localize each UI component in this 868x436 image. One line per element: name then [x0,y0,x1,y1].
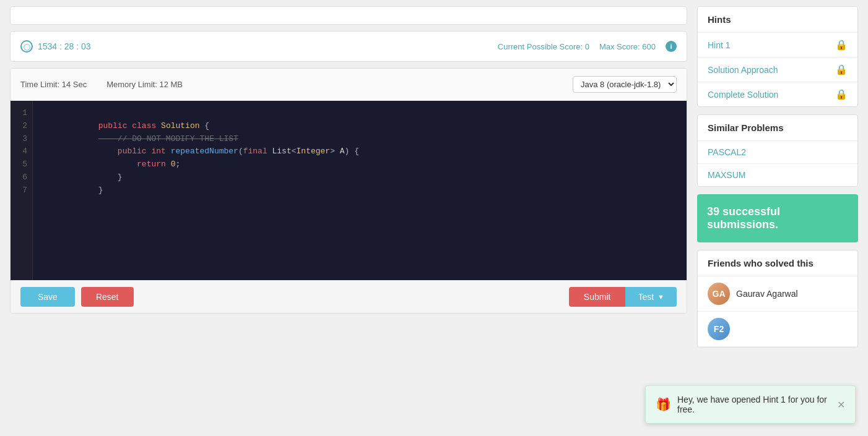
code-header: Time Limit: 14 Sec Memory Limit: 12 MB J… [11,69,687,101]
friends-card: Friends who solved this GA Gaurav Agarwa… [697,250,858,348]
line-numbers: 1 2 3 4 5 6 7 [11,101,33,280]
hints-card: Hints Hint 1 🔒 Solution Approach 🔒 Compl… [697,6,858,107]
max-score: Max Score: 600 [599,42,656,51]
timer-value: 1534 : 28 : 03 [38,41,91,51]
time-limit: Time Limit: 14 Sec [20,80,87,89]
friend-item-1: GA Gaurav Agarwal [698,276,857,312]
footer-right: Submit Test ▼ [569,287,677,307]
lock-icon-3: 🔒 [835,88,848,100]
avatar-img-2: F2 [708,318,730,340]
submit-button[interactable]: Submit [569,287,626,307]
success-count: 39 [707,205,719,218]
solution-approach-label: Solution Approach [708,65,778,75]
friends-title: Friends who solved this [698,250,857,276]
similar-item-pascal2[interactable]: PASCAL2 [698,141,857,164]
timer-bar: ◯ 1534 : 28 : 03 Current Possible Score:… [10,31,687,62]
test-button[interactable]: Test ▼ [625,287,677,307]
language-select[interactable]: Java 8 (oracle-jdk-1.8) C++ Python 3 Pyt… [573,76,677,93]
hint-1-label: Hint 1 [708,40,731,50]
chevron-down-icon: ▼ [658,293,664,301]
timer-left: ◯ 1534 : 28 : 03 [20,40,91,53]
footer-left: Save Reset [20,287,134,307]
code-content: public class Solution { // DO NOT MODIFY… [33,101,687,280]
top-bar [10,6,687,25]
code-line-6: } [40,171,679,184]
friend-name-1: Gaurav Agarwal [736,289,798,299]
info-icon[interactable]: i [666,41,677,52]
similar-title: Similar Problems [698,115,857,141]
timer-right: Current Possible Score: 0 Max Score: 600… [498,41,677,52]
code-footer: Save Reset Submit Test ▼ [11,280,687,313]
similar-problems-card: Similar Problems PASCAL2 MAXSUM [697,114,858,187]
hint-item-solution[interactable]: Solution Approach 🔒 [698,58,857,82]
avatar-2: F2 [708,318,730,340]
save-button[interactable]: Save [20,287,75,307]
maxsum-label: MAXSUM [708,170,745,180]
avatar-1: GA [708,283,730,305]
clock-icon: ◯ [20,40,33,53]
hints-title: Hints [698,7,857,33]
reset-button[interactable]: Reset [81,287,134,307]
avatar-img-1: GA [708,283,730,305]
similar-item-maxsum[interactable]: MAXSUM [698,164,857,186]
memory-limit: Memory Limit: 12 MB [106,80,183,89]
code-meta: Time Limit: 14 Sec Memory Limit: 12 MB [20,80,183,89]
lock-icon-2: 🔒 [835,64,848,75]
lock-icon-1: 🔒 [835,39,848,51]
success-banner: 39 successful submissions. [697,194,858,242]
test-label: Test [638,292,654,302]
current-score: Current Possible Score: 0 [498,42,589,51]
code-editor[interactable]: 1 2 3 4 5 6 7 public class Solution { //… [11,101,687,280]
code-line-1: public class Solution { [40,107,679,120]
code-line-7 [40,184,679,197]
pascal2-label: PASCAL2 [708,147,746,157]
complete-solution-label: Complete Solution [708,90,778,100]
friend-item-2: F2 [698,312,857,347]
right-panel: Hints Hint 1 🔒 Solution Approach 🔒 Compl… [697,6,858,348]
code-panel: Time Limit: 14 Sec Memory Limit: 12 MB J… [10,68,687,314]
hint-item-complete[interactable]: Complete Solution 🔒 [698,82,857,106]
hint-item-1[interactable]: Hint 1 🔒 [698,33,857,58]
